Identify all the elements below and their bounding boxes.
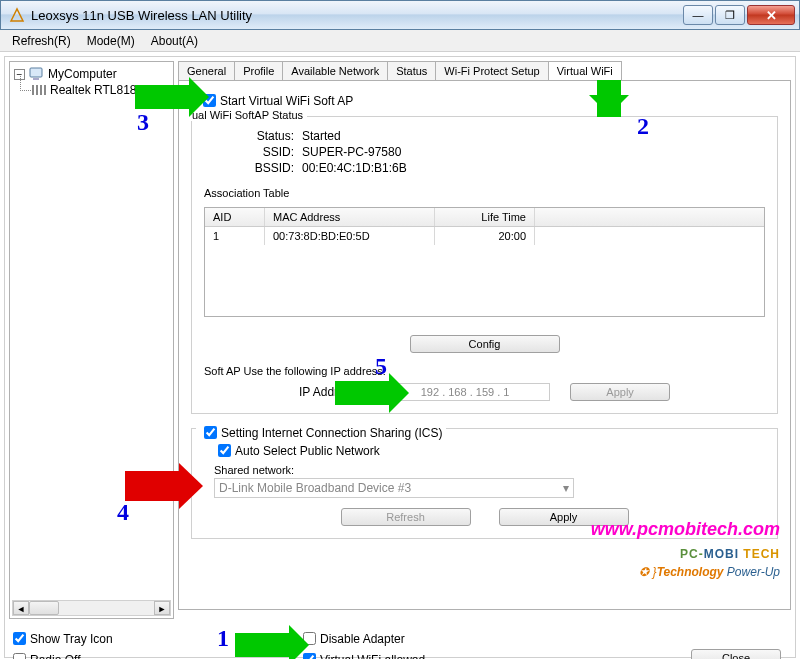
svg-rect-1 (33, 78, 39, 80)
auto-select-checkbox[interactable] (218, 444, 231, 457)
shared-network-value: D-Link Mobile Broadband Device #3 (219, 481, 411, 495)
col-aid[interactable]: AID (205, 208, 265, 226)
tree-root-label: MyComputer (48, 67, 117, 81)
refresh-button[interactable]: Refresh (341, 508, 471, 526)
tab-wifi-protect-setup[interactable]: Wi-Fi Protect Setup (435, 61, 548, 80)
bottom-bar: Show Tray Icon Radio Off Disable Adapter… (9, 619, 791, 659)
tab-profile[interactable]: Profile (234, 61, 283, 80)
menu-refresh[interactable]: Refresh(R) (4, 32, 79, 50)
bssid-label: BSSID: (204, 161, 294, 175)
close-button[interactable]: ✕ (747, 5, 795, 25)
close-window-button[interactable]: Close (691, 649, 781, 659)
annotation-number-2: 2 (637, 113, 649, 140)
radio-off-checkbox[interactable] (13, 653, 26, 659)
scroll-thumb[interactable] (29, 601, 59, 615)
config-button[interactable]: Config (410, 335, 560, 353)
shared-network-dropdown[interactable]: D-Link Mobile Broadband Device #3 ▾ (214, 478, 574, 498)
bssid-value: 00:E0:4C:1D:B1:6B (302, 161, 407, 175)
disable-adapter-label: Disable Adapter (320, 632, 405, 646)
ics-label: Setting Internet Connection Sharing (ICS… (221, 426, 442, 440)
scroll-left-icon[interactable]: ◄ (13, 601, 29, 615)
ics-checkbox[interactable] (204, 426, 217, 439)
wifi-adapter-icon (32, 85, 46, 95)
tab-available-network[interactable]: Available Network (282, 61, 388, 80)
tree-root[interactable]: − MyComputer (12, 66, 171, 82)
annotation-arrow-3 (135, 85, 191, 109)
status-value: Started (302, 129, 341, 143)
tab-bar: General Profile Available Network Status… (178, 61, 791, 80)
apply-ip-button[interactable]: Apply (570, 383, 670, 401)
svg-rect-0 (30, 68, 42, 77)
tab-content: Start Virtual WiFi Soft AP ual WiFi Soft… (178, 80, 791, 610)
show-tray-label: Show Tray Icon (30, 632, 113, 646)
status-label: Status: (204, 129, 294, 143)
annotation-arrow-5 (335, 381, 391, 405)
tab-virtual-wifi[interactable]: Virtual WiFi (548, 61, 622, 80)
device-tree: − MyComputer Realtek RTL818 ◄ ► (9, 61, 174, 619)
virtual-wifi-allowed-label: Virtual WiFi allowed (320, 653, 425, 660)
softap-status-group: ual WiFi SoftAP Status Status:Started SS… (191, 116, 778, 414)
annotation-number-5: 5 (375, 353, 387, 380)
maximize-button[interactable]: ❐ (715, 5, 745, 25)
tab-status[interactable]: Status (387, 61, 436, 80)
start-virtual-wifi-label: Start Virtual WiFi Soft AP (220, 94, 353, 108)
tree-adapter-label: Realtek RTL818 (50, 83, 137, 97)
ssid-label: SSID: (204, 145, 294, 159)
association-table: AID MAC Address Life Time 1 00:73:8D:BD:… (204, 207, 765, 317)
association-table-title: Association Table (204, 187, 765, 199)
minimize-button[interactable]: — (683, 5, 713, 25)
chevron-down-icon: ▾ (563, 481, 569, 495)
watermark: www.pcmobitech.com PC-MOBI TECH ✪ }Techn… (591, 519, 780, 579)
window-titlebar: Leoxsys 11n USB Wireless LAN Utility — ❐… (0, 0, 800, 30)
window-title: Leoxsys 11n USB Wireless LAN Utility (31, 8, 681, 23)
cell-mac: 00:73:8D:BD:E0:5D (265, 227, 435, 245)
annotation-number-3: 3 (137, 109, 149, 136)
shared-network-label: Shared network: (214, 464, 765, 476)
tree-scrollbar[interactable]: ◄ ► (12, 600, 171, 616)
annotation-number-4: 4 (117, 499, 129, 526)
annotation-arrow-4 (125, 471, 181, 501)
radio-off-label: Radio Off (30, 653, 80, 660)
menu-about[interactable]: About(A) (143, 32, 206, 50)
auto-select-label: Auto Select Public Network (235, 444, 380, 458)
col-mac[interactable]: MAC Address (265, 208, 435, 226)
app-icon (9, 7, 25, 23)
menu-bar: Refresh(R) Mode(M) About(A) (0, 30, 800, 52)
scroll-right-icon[interactable]: ► (154, 601, 170, 615)
watermark-url: www.pcmobitech.com (591, 519, 780, 540)
main-panel: − MyComputer Realtek RTL818 ◄ ► General … (4, 56, 796, 658)
ssid-value: SUPER-PC-97580 (302, 145, 401, 159)
show-tray-checkbox[interactable] (13, 632, 26, 645)
menu-mode[interactable]: Mode(M) (79, 32, 143, 50)
col-lifetime[interactable]: Life Time (435, 208, 535, 226)
table-row[interactable]: 1 00:73:8D:BD:E0:5D 20:00 (205, 227, 764, 245)
annotation-number-1: 1 (217, 625, 229, 652)
annotation-arrow-1 (235, 633, 291, 657)
cell-aid: 1 (205, 227, 265, 245)
annotation-arrow-2 (597, 77, 621, 117)
ip-address-title: Soft AP Use the following IP address: (204, 365, 765, 377)
cell-lifetime: 20:00 (435, 227, 535, 245)
